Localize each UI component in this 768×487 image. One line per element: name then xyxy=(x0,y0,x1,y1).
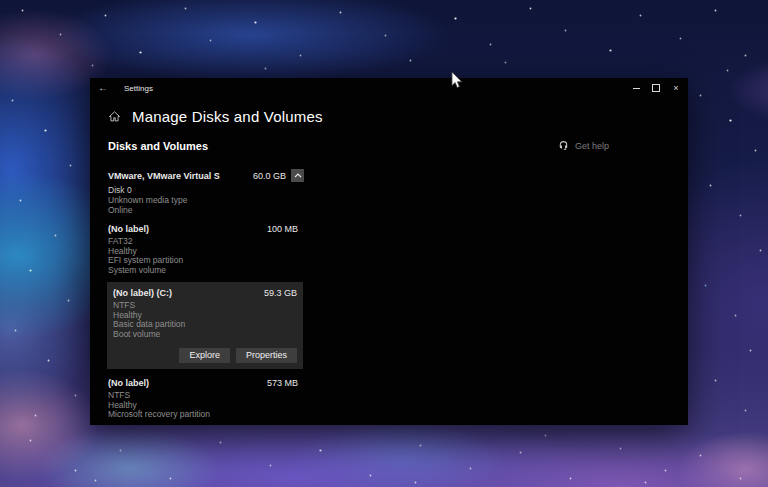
partition-item-recovery[interactable]: (No label) 573 MB NTFS Healthy Microsoft… xyxy=(108,378,304,420)
titlebar: ← Settings × xyxy=(90,78,688,98)
collapse-button[interactable] xyxy=(291,169,304,182)
minimize-button[interactable] xyxy=(626,78,646,98)
disk-entry: VMware, VMware Virtual S 60.0 GB Disk 0 … xyxy=(108,169,304,215)
partition-actions: Explore Properties xyxy=(113,348,297,363)
partition-detail-line: Microsoft recovery partition xyxy=(108,410,298,420)
partition-header-row: (No label) 100 MB xyxy=(108,224,298,235)
headset-icon xyxy=(558,140,569,151)
back-button[interactable]: ← xyxy=(98,78,114,98)
partition-label: (No label) xyxy=(108,378,149,388)
close-icon: × xyxy=(673,84,678,93)
partition-header-row: (No label) 573 MB xyxy=(108,378,298,389)
properties-button[interactable]: Properties xyxy=(236,348,297,363)
partition-details: FAT32 Healthy EFI system partition Syste… xyxy=(108,237,298,275)
partition-size: 573 MB xyxy=(267,378,298,388)
partition-detail-line: System volume xyxy=(108,266,298,276)
maximize-icon xyxy=(652,84,660,92)
page-title: Manage Disks and Volumes xyxy=(132,108,323,125)
starfield xyxy=(0,0,1,1)
window-controls: × xyxy=(626,78,688,98)
partition-item-efi[interactable]: (No label) 100 MB FAT32 Healthy EFI syst… xyxy=(108,224,304,275)
minimize-icon xyxy=(633,88,640,89)
disk-header-row: VMware, VMware Virtual S 60.0 GB xyxy=(108,169,304,182)
partition-label: (No label) xyxy=(108,224,149,234)
partition-label: (No label) (C:) xyxy=(113,288,172,298)
desktop-wallpaper: ← Settings × Manage Disks and Volumes xyxy=(0,0,768,487)
disks-and-volumes-list: VMware, VMware Virtual S 60.0 GB Disk 0 … xyxy=(108,169,304,420)
page-content: Manage Disks and Volumes Disks and Volum… xyxy=(90,98,688,420)
partition-detail-line: Boot volume xyxy=(113,330,297,340)
disk-size: 60.0 GB xyxy=(253,171,286,181)
get-help-label: Get help xyxy=(575,141,609,151)
chevron-up-icon xyxy=(294,173,302,178)
disk-details: Disk 0 Unknown media type Online xyxy=(108,185,304,215)
get-help-link[interactable]: Get help xyxy=(558,140,609,151)
partition-item-c-drive[interactable]: (No label) (C:) 59.3 GB NTFS Healthy Bas… xyxy=(107,282,303,369)
maximize-button[interactable] xyxy=(646,78,666,98)
explore-button[interactable]: Explore xyxy=(179,348,230,363)
disk-detail-line: Online xyxy=(108,205,304,215)
titlebar-title: Settings xyxy=(124,84,153,93)
partition-header-row: (No label) (C:) 59.3 GB xyxy=(113,288,297,299)
close-button[interactable]: × xyxy=(666,78,686,98)
partition-size: 100 MB xyxy=(267,224,298,234)
disk-detail-line: Unknown media type xyxy=(108,195,304,205)
home-icon xyxy=(108,110,121,123)
settings-window: ← Settings × Manage Disks and Volumes xyxy=(90,78,688,425)
page-header: Manage Disks and Volumes xyxy=(108,105,688,127)
partition-details: NTFS Healthy Microsoft recovery partitio… xyxy=(108,391,298,420)
partition-size: 59.3 GB xyxy=(264,288,297,298)
section-row: Disks and Volumes Get help xyxy=(108,140,688,154)
disk-name: VMware, VMware Virtual S xyxy=(108,171,253,181)
disk-detail-line: Disk 0 xyxy=(108,185,304,195)
partition-details: NTFS Healthy Basic data partition Boot v… xyxy=(113,301,297,339)
